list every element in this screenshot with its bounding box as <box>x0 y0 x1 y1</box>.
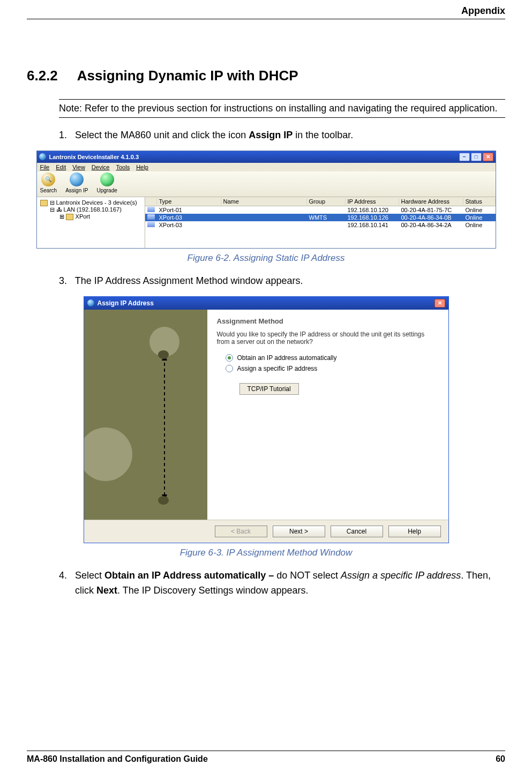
menu-help[interactable]: Help <box>136 164 148 170</box>
svg-point-7 <box>158 496 169 505</box>
deviceinstaller-window: Lantronix DeviceInstaller 4.1.0.3 – □ ✕ … <box>36 151 496 249</box>
help-button[interactable]: Help <box>388 526 441 537</box>
device-icon <box>147 222 155 227</box>
close-button[interactable]: ✕ <box>483 153 493 161</box>
note-block: Note: Refer to the previous section for … <box>59 99 505 118</box>
device-icon <box>147 214 155 220</box>
wizard-buttons: < Back Next > Cancel Help <box>84 520 448 543</box>
wizard-title: Assign IP Address <box>98 299 154 307</box>
section-number: 6.2.2 <box>27 68 58 84</box>
next-button[interactable]: Next > <box>273 526 325 537</box>
radio-selected-icon <box>226 354 233 362</box>
tcp-ip-tutorial-button[interactable]: TCP/IP Tutorial <box>239 383 299 395</box>
section-heading: 6.2.2 Assigning Dynamic IP with DHCP <box>27 68 505 84</box>
minimize-button[interactable]: – <box>459 153 470 161</box>
globe-icon <box>87 299 94 306</box>
radio-unselected-icon <box>226 365 233 372</box>
toolbar-search[interactable]: 🔍 Search <box>40 172 57 193</box>
device-tree[interactable]: ⊟ Lantronix Devices - 3 device(s) ⊟ 🖧 LA… <box>37 197 145 248</box>
figure-2-caption: Figure 6-3. IP Assignment Method Window <box>27 548 505 558</box>
assign-ip-window: Assign IP Address ✕ Assignment Me <box>84 296 449 543</box>
figure-1-caption: Figure 6-2. Assigning Static IP Address <box>27 253 505 264</box>
cancel-button[interactable]: Cancel <box>331 526 383 537</box>
device-icon <box>147 207 155 212</box>
wizard-content: Assignment Method Would you like to spec… <box>207 310 448 520</box>
menu-file[interactable]: File <box>40 164 50 170</box>
toolbar: 🔍 Search Assign IP Upgrade <box>37 171 496 197</box>
table-row-selected[interactable]: XPort-03 WMTS 192.168.10.126 00-20-4A-86… <box>145 214 496 221</box>
search-icon: 🔍 <box>41 172 55 186</box>
page-header-label: Appendix <box>27 5 505 19</box>
svg-point-6 <box>158 350 169 359</box>
step-4: 4. Select Obtain an IP Address automatic… <box>59 568 505 599</box>
radio-assign-specific[interactable]: Assign a specific IP address <box>226 365 439 372</box>
wizard-side-graphic <box>84 310 207 520</box>
deviceinstaller-titlebar: Lantronix DeviceInstaller 4.1.0.3 – □ ✕ <box>37 151 496 163</box>
section-title-text: Assigning Dynamic IP with DHCP <box>77 68 298 84</box>
page-footer: MA-860 Installation and Configuration Gu… <box>27 751 505 764</box>
svg-rect-0 <box>84 310 207 520</box>
step-3: 3. The IP Address Assignment Method wind… <box>59 273 505 289</box>
toolbar-upgrade[interactable]: Upgrade <box>96 172 117 193</box>
wizard-titlebar: Assign IP Address ✕ <box>84 297 448 310</box>
close-button[interactable]: ✕ <box>434 299 445 308</box>
step-1: 1. Select the MA860 unit and click the i… <box>59 128 505 143</box>
menu-tools[interactable]: Tools <box>116 164 130 170</box>
device-list: Type Name Group IP Address Hardware Addr… <box>145 197 496 248</box>
toolbar-assign-ip[interactable]: Assign IP <box>65 172 88 193</box>
wizard-question: Would you like to specify the IP address… <box>217 331 439 346</box>
menu-device[interactable]: Device <box>92 164 110 170</box>
back-button: < Back <box>215 526 267 537</box>
footer-title: MA-860 Installation and Configuration Gu… <box>27 754 208 764</box>
globe-icon <box>70 172 84 186</box>
deviceinstaller-title: Lantronix DeviceInstaller 4.1.0.3 <box>49 154 139 160</box>
app-icon <box>39 153 46 160</box>
table-row[interactable]: XPort-03 192.168.10.141 00-20-4A-86-34-2… <box>145 221 496 229</box>
maximize-button[interactable]: □ <box>471 153 482 161</box>
menu-view[interactable]: View <box>72 164 85 170</box>
menu-edit[interactable]: Edit <box>56 164 66 170</box>
list-header: Type Name Group IP Address Hardware Addr… <box>145 197 496 206</box>
globe-up-icon <box>100 172 114 186</box>
menubar: File Edit View Device Tools Help <box>37 163 496 171</box>
radio-obtain-auto[interactable]: Obtain an IP address automatically <box>226 354 439 362</box>
footer-page: 60 <box>496 754 505 764</box>
wizard-heading: Assignment Method <box>217 317 439 325</box>
table-row[interactable]: XPort-01 192.168.10.120 00-20-4A-81-75-7… <box>145 206 496 214</box>
folder-icon <box>40 200 48 206</box>
folder-icon <box>66 214 73 220</box>
